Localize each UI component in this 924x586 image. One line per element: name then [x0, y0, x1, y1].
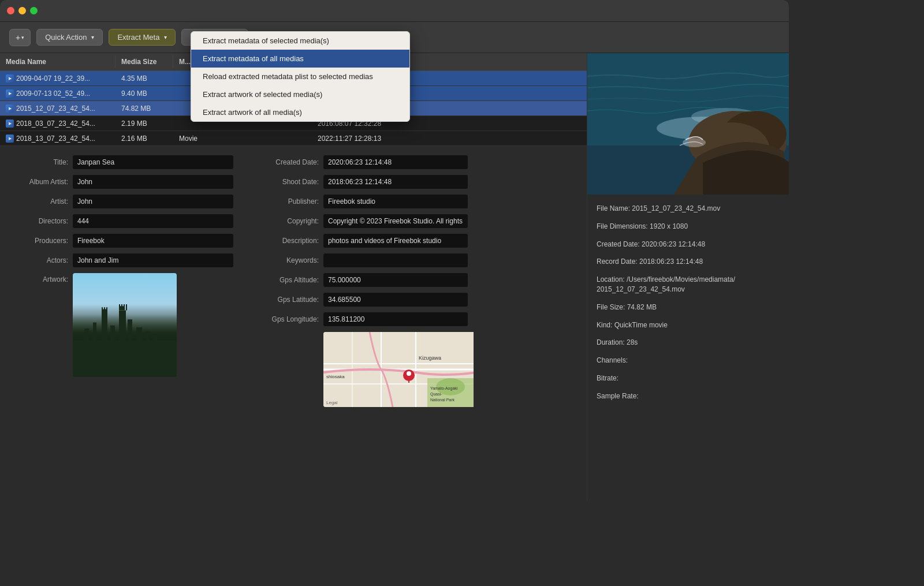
right-panel: File Name: 2015_12_07_23_42_54.mov File … — [587, 53, 789, 501]
info-record-date: Record Date: 2018:06:23 12:14:48 — [597, 257, 780, 267]
field-row-created-date: Created Date: — [248, 155, 468, 169]
input-album-artist[interactable] — [73, 175, 233, 189]
svg-text:Legal: Legal — [326, 400, 338, 405]
input-actors[interactable] — [73, 253, 233, 267]
svg-rect-6 — [128, 319, 132, 353]
cell-name: ▶ 2018_13_07_23_42_54... — [0, 133, 116, 144]
minimize-button[interactable] — [18, 7, 26, 14]
maximize-button[interactable] — [30, 7, 38, 14]
metadata-left: Title: Album Artist: Artist: Directors: … — [0, 146, 243, 501]
svg-text:Quasi-: Quasi- — [430, 392, 442, 397]
cell-name: ▶ 2009-07-13 02_52_49... — [0, 88, 116, 99]
field-row-actors: Actors: — [9, 253, 233, 267]
info-duration: Duration: 28s — [597, 338, 780, 348]
info-sample-rate: Sample Rate: — [597, 391, 780, 401]
extract-meta-arrow-icon: ▾ — [164, 34, 167, 40]
input-description[interactable] — [323, 234, 468, 248]
field-row-description: Description: — [248, 234, 468, 248]
input-producers[interactable] — [73, 234, 233, 248]
dropdown-item-artwork-selected[interactable]: Extract artwork of selected media(s) — [191, 85, 409, 103]
input-copyright[interactable] — [323, 214, 468, 228]
input-directors[interactable] — [73, 214, 233, 228]
input-shoot-date[interactable] — [323, 175, 468, 189]
dropdown-item-extract-selected[interactable]: Extract metadata of selected media(s) — [191, 32, 409, 50]
label-title: Title: — [9, 158, 73, 166]
label-artwork: Artwork: — [9, 273, 73, 283]
input-gps-altitude[interactable] — [323, 273, 468, 287]
dropdown-item-extract-all[interactable]: Extract metadata of all medias — [191, 50, 409, 68]
table-row[interactable]: ▶ 2018_13_07_23_42_54... 2.16 MB Movie 2… — [0, 131, 587, 146]
extract-meta-dropdown: Extract metadata of selected media(s) Ex… — [191, 31, 410, 122]
svg-rect-8 — [145, 331, 150, 353]
extract-meta-button[interactable]: Extract Meta ▾ — [109, 29, 176, 46]
field-row-keywords: Keywords: — [248, 253, 468, 267]
svg-rect-4 — [110, 326, 115, 353]
svg-rect-5 — [119, 311, 126, 353]
add-button[interactable]: + ▾ — [9, 29, 31, 46]
cell-size: 2.19 MB — [116, 118, 173, 129]
svg-rect-3 — [102, 316, 107, 353]
label-shoot-date: Shoot Date: — [248, 178, 323, 186]
label-gps-longitude: Gps Longitude: — [248, 315, 323, 323]
field-row-gps-longitude: Gps Longitude: — [248, 312, 468, 326]
close-button[interactable] — [7, 7, 14, 14]
svg-marker-10 — [102, 307, 107, 316]
field-row-title: Title: — [9, 155, 233, 169]
add-arrow-icon: ▾ — [21, 35, 24, 40]
dropdown-item-reload-plist[interactable]: Reload extracted metadata plist to selec… — [191, 68, 409, 85]
artwork-image — [73, 273, 177, 377]
input-keywords[interactable] — [323, 253, 468, 267]
cell-size: 9.40 MB — [116, 88, 173, 99]
label-gps-latitude: Gps Latitude: — [248, 296, 323, 304]
file-icon: ▶ — [6, 120, 14, 128]
label-producers: Producers: — [9, 237, 73, 245]
col-media-size: Media Size — [116, 55, 173, 68]
field-row-gps-altitude: Gps Altitude: — [248, 273, 468, 287]
info-channels: Channels: — [597, 356, 780, 365]
input-publisher[interactable] — [323, 195, 468, 208]
svg-point-36 — [683, 138, 706, 147]
label-album-artist: Album Artist: — [9, 178, 73, 186]
input-artist[interactable] — [73, 195, 233, 208]
quick-action-arrow-icon: ▾ — [91, 34, 94, 40]
svg-rect-1 — [84, 329, 89, 353]
label-actors: Actors: — [9, 256, 73, 264]
file-icon: ▶ — [6, 135, 14, 143]
svg-text:National Park: National Park — [430, 398, 455, 402]
file-icon: ▶ — [6, 89, 14, 98]
svg-rect-2 — [93, 323, 96, 353]
info-kind: Kind: QuickTime movie — [597, 320, 780, 330]
file-icon: ▶ — [6, 104, 14, 113]
field-row-copyright: Copyright: — [248, 214, 468, 228]
extract-meta-label: Extract Meta — [117, 33, 159, 42]
cell-name: ▶ 2015_12_07_23_42_54... — [0, 103, 116, 114]
info-dimensions: File Dimensions: 1920 x 1080 — [597, 222, 780, 232]
field-row-artist: Artist: — [9, 195, 233, 208]
input-created-date[interactable] — [323, 155, 468, 169]
quick-action-label: Quick Action — [45, 33, 87, 42]
dropdown-item-artwork-all[interactable]: Extract artwork of all media(s) — [191, 103, 409, 121]
cell-album — [219, 122, 312, 125]
map-container[interactable]: Kizugawa shiosaka Yamato-Aogaki Quasi- N… — [323, 332, 474, 407]
label-description: Description: — [248, 237, 323, 245]
svg-rect-7 — [136, 327, 142, 353]
info-file-size: File Size: 74.82 MB — [597, 303, 780, 312]
info-filename: File Name: 2015_12_07_23_42_54.mov — [597, 204, 780, 214]
label-gps-altitude: Gps Altitude: — [248, 276, 323, 284]
input-gps-latitude[interactable] — [323, 293, 468, 307]
field-row-gps-latitude: Gps Latitude: — [248, 293, 468, 307]
input-gps-longitude[interactable] — [323, 312, 468, 326]
file-info-panel: File Name: 2015_12_07_23_42_54.mov File … — [587, 195, 789, 501]
input-title[interactable] — [73, 155, 233, 169]
cell-size: 4.35 MB — [116, 73, 173, 84]
cell-type — [173, 122, 219, 125]
quick-action-button[interactable]: Quick Action ▾ — [36, 29, 103, 46]
aerial-image — [587, 53, 789, 195]
svg-rect-9 — [154, 335, 157, 353]
info-location: Location: /Users/fireebok/Movies/mediama… — [597, 275, 780, 294]
video-preview — [587, 53, 789, 195]
cell-size: 2.16 MB — [116, 133, 173, 144]
artwork-row: Artwork: — [9, 273, 233, 377]
info-created-date: Created Date: 2020:06:23 12:14:48 — [597, 240, 780, 249]
field-row-directors: Directors: — [9, 214, 233, 228]
